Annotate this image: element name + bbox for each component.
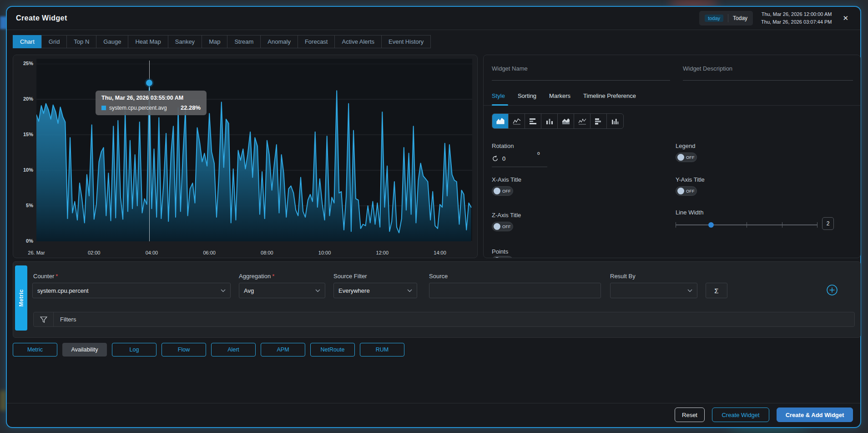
datasource-tab-availability[interactable]: Availability: [62, 343, 107, 357]
style-option-spline[interactable]: [574, 114, 590, 128]
time-range-picker[interactable]: today Today: [699, 11, 753, 25]
time-from: Thu, Mar 26, 2026 12:00:00 AM: [761, 10, 832, 18]
reset-button[interactable]: Reset: [675, 408, 705, 422]
chevron-down-icon: [687, 289, 692, 292]
x-axis-title-toggle[interactable]: OFF: [492, 186, 513, 196]
result-by-label: Result By: [610, 273, 636, 280]
widget-tab-stream[interactable]: Stream: [227, 35, 260, 48]
tab-timeline-preference[interactable]: Timeline Preference: [583, 92, 636, 106]
x-axis-tick: 04:00: [146, 250, 158, 255]
x-axis-tick: 02:00: [88, 250, 101, 255]
toggle-knob: [677, 154, 684, 161]
x-axis-tick: 10:00: [318, 250, 331, 255]
x-axis-tick: 14:00: [434, 250, 446, 255]
toggle-knob: [494, 188, 500, 194]
filters-bar[interactable]: Filters: [33, 312, 855, 327]
stacked-area-chart-icon: [561, 117, 570, 125]
style-option-line[interactable]: [509, 114, 525, 128]
widget-tab-map[interactable]: Map: [202, 35, 227, 48]
source-label: Source: [429, 273, 448, 280]
counter-label: Counter*: [33, 273, 58, 280]
tab-style[interactable]: Style: [492, 92, 505, 106]
slider-thumb[interactable]: [708, 222, 714, 228]
legend-toggle[interactable]: OFF: [676, 153, 697, 162]
x-axis-toggle-state: OFF: [502, 189, 511, 194]
widget-tab-gauge[interactable]: Gauge: [96, 35, 128, 48]
dialog-header: Create Widget today Today Thu, Mar 26, 2…: [7, 7, 860, 30]
time-preset-label[interactable]: Today: [733, 15, 747, 21]
header-divider: [7, 30, 860, 30]
slider-tick: [782, 222, 782, 228]
z-axis-title-label: Z-Axis Title: [492, 212, 521, 219]
style-option-area[interactable]: [492, 114, 509, 128]
datasource-tab-alert[interactable]: Alert: [211, 343, 256, 357]
rotation-degree-mark: o: [537, 151, 540, 156]
source-filter-label: Source Filter: [333, 273, 367, 280]
result-by-select[interactable]: [610, 283, 697, 298]
settings-tabbar: Style Sorting Markers Timeline Preferenc…: [492, 92, 636, 106]
metric-builder-card: Metric Counter* system.cpu.percent Aggre…: [13, 261, 861, 338]
widget-name-input[interactable]: Widget Name: [492, 65, 670, 81]
timebox-divider: [728, 14, 728, 22]
z-axis-title-toggle[interactable]: OFF: [492, 222, 513, 231]
datasource-tabbar: MetricAvailabilityLogFlowAlertAPMNetRout…: [13, 343, 404, 357]
widget-tab-event-history[interactable]: Event History: [381, 35, 431, 48]
x-axis-title-label: X-Axis Title: [492, 176, 521, 183]
required-mark: *: [56, 273, 58, 280]
style-option-stacked-area[interactable]: [558, 114, 574, 128]
widget-tab-heat-map[interactable]: Heat Map: [128, 35, 167, 48]
tab-sorting[interactable]: Sorting: [518, 92, 536, 106]
y-axis-tick: 25%: [15, 61, 33, 66]
rotation-input[interactable]: 0: [492, 155, 547, 167]
metric-side-tab-label: Metric: [18, 289, 25, 306]
add-metric-button[interactable]: [826, 284, 838, 296]
x-axis-tick: 08:00: [261, 250, 273, 255]
x-axis-tick: 06:00: [203, 250, 216, 255]
datasource-tab-netroute[interactable]: NetRoute: [310, 343, 355, 357]
horizontal-bar-chart-icon: [529, 117, 538, 125]
line-width-value: 2: [822, 217, 834, 230]
time-preset-chip[interactable]: today: [705, 15, 723, 22]
active-tab-underline: [492, 104, 508, 106]
datasource-tab-flow[interactable]: Flow: [161, 343, 206, 357]
area-chart-icon: [496, 117, 505, 125]
counter-select[interactable]: system.cpu.percent: [32, 283, 231, 298]
widget-tab-sankey[interactable]: Sankey: [168, 35, 202, 48]
datasource-tab-apm[interactable]: APM: [261, 343, 305, 357]
datasource-tab-rum[interactable]: RUM: [360, 343, 404, 357]
expression-sigma-button[interactable]: Σ: [706, 283, 727, 298]
y-axis-title-toggle[interactable]: OFF: [676, 186, 697, 196]
widget-tab-active-alerts[interactable]: Active Alerts: [334, 35, 381, 48]
line-width-slider[interactable]: [676, 222, 818, 228]
x-axis-tick: 12:00: [376, 250, 389, 255]
create-widget-button[interactable]: Create Widget: [712, 408, 769, 422]
rotate-icon: [492, 155, 499, 162]
widget-tab-grid[interactable]: Grid: [41, 35, 67, 48]
background-olive-strip: [0, 391, 6, 411]
style-option-column[interactable]: [541, 114, 558, 128]
metric-side-tab[interactable]: Metric: [15, 265, 27, 331]
close-icon[interactable]: ✕: [840, 12, 851, 24]
line-chart-icon: [512, 117, 521, 125]
y-axis-tick: 15%: [15, 132, 33, 137]
datasource-tab-metric[interactable]: Metric: [13, 343, 57, 357]
style-option-horizontal-bar[interactable]: [525, 114, 541, 128]
widget-tab-chart[interactable]: Chart: [13, 35, 41, 48]
footer-divider: [7, 403, 860, 403]
y-axis-tick: 20%: [15, 96, 33, 102]
tooltip-timestamp: Thu, Mar 26, 2026 03:55:00 AM: [101, 95, 201, 101]
style-option-grouped-column[interactable]: [607, 114, 623, 128]
create-and-add-widget-button[interactable]: Create & Add Widget: [777, 408, 853, 422]
source-filter-select[interactable]: Everywhere: [333, 283, 417, 298]
datasource-tab-log[interactable]: Log: [112, 343, 156, 357]
widget-tab-anomaly[interactable]: Anomaly: [260, 35, 298, 48]
tab-markers[interactable]: Markers: [549, 92, 570, 106]
style-option-stacked-horizontal-bar[interactable]: [590, 114, 607, 128]
widget-tab-top-n[interactable]: Top N: [66, 35, 96, 48]
aggregation-select[interactable]: Avg: [239, 283, 325, 298]
source-input[interactable]: [429, 283, 601, 298]
widget-tab-forecast[interactable]: Forecast: [298, 35, 335, 48]
widget-description-input[interactable]: Widget Description: [683, 65, 853, 81]
chevron-down-icon: [407, 289, 412, 292]
points-toggle[interactable]: OFF: [492, 256, 513, 258]
